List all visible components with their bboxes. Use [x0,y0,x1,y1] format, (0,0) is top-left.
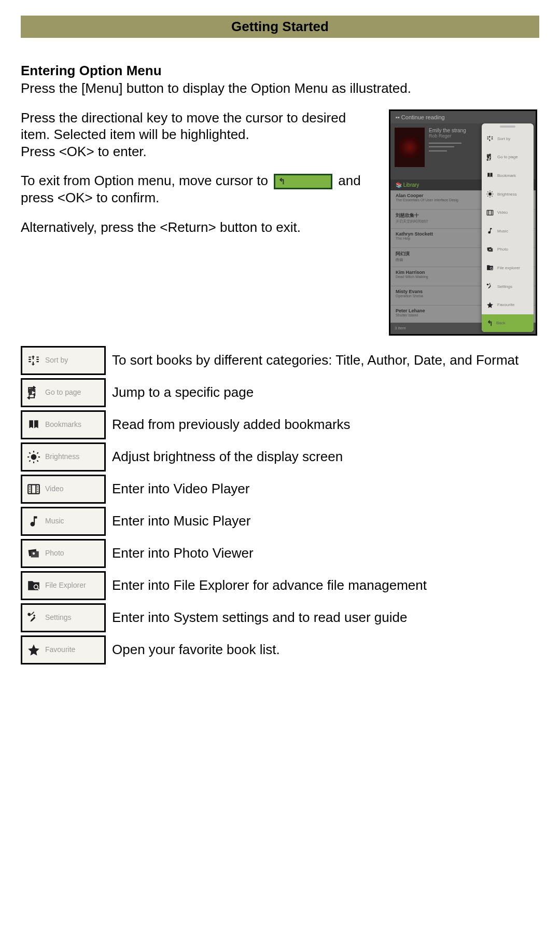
svg-point-40 [37,491,38,492]
legend-description: Enter into Video Player [112,481,249,497]
legend-icon [26,482,41,496]
legend-row: Photo Enter into Photo Viewer [21,539,539,568]
legend-description: Jump to a specific page [112,384,254,400]
legend-button-label: Brightness [45,453,79,461]
legend-row: Music Enter into Music Player [21,507,539,536]
legend-row: File Explorer Enter into File Explorer f… [21,571,539,600]
legend-button: Photo [21,539,106,568]
legend-icon [26,514,41,529]
svg-point-36 [29,488,30,489]
svg-point-23 [31,454,37,460]
paragraph-3: Press <OK> to enter. [21,143,373,160]
legend-icon [26,450,41,464]
legend-icon [26,418,41,432]
legend-row: Bookmarks Read from previously added boo… [21,410,539,439]
legend-row: Settings Enter into System settings and … [21,603,539,632]
legend-icon [26,353,41,368]
legend-row: Favourite Open your favorite book list. [21,635,539,664]
legend-description: Enter into File Explorer for advance fil… [112,577,427,593]
legend-button: Settings [21,603,106,632]
return-button-inline: ↰ [274,174,332,189]
legend-description: Adjust brightness of the display screen [112,449,343,465]
legend-button: Favourite [21,635,106,664]
legend-description: Enter into Music Player [112,513,250,529]
legend-button-label: File Explorer [45,581,86,589]
legend-button-label: Music [45,517,64,525]
legend-table: Sort by To sort books by different categ… [21,346,539,664]
legend-button: Sort by [21,346,106,375]
svg-point-35 [29,486,30,487]
legend-icon [26,385,41,400]
legend-button-label: Go to page [45,389,81,396]
legend-button-label: Settings [45,614,72,621]
paragraph-4a: To exit from Option menu, move cursor to [21,173,272,188]
paragraph-1: Press the [Menu] button to display the O… [21,80,539,97]
paragraph-2: Press the directional key to move the cu… [21,109,373,143]
svg-line-30 [29,460,30,461]
legend-button: Music [21,507,106,536]
svg-line-28 [29,452,30,453]
legend-button-label: Photo [45,549,64,557]
legend-button-label: Favourite [45,646,75,654]
legend-button: Bookmarks [21,410,106,439]
legend-row: Video Enter into Video Player [21,475,539,504]
legend-icon [26,643,41,657]
legend-button: Brightness [21,442,106,472]
legend-icon [26,611,41,625]
svg-line-31 [37,452,38,453]
legend-button-label: Sort by [45,356,68,364]
svg-point-37 [29,491,30,492]
section-title: Entering Option Menu [21,63,539,79]
svg-point-43 [33,552,35,554]
svg-point-38 [37,486,38,487]
return-arrow-icon: ↰ [278,176,285,187]
legend-description: Open your favorite book list. [112,642,280,658]
legend-button-label: Bookmarks [45,421,81,428]
legend-button: File Explorer [21,571,106,600]
page-banner: Getting Started [21,16,539,38]
legend-button: Video [21,475,106,504]
svg-rect-42 [31,551,39,557]
paragraph-4: To exit from Option menu, move cursor to… [21,172,373,206]
legend-icon [26,546,41,561]
legend-button-label: Video [45,485,64,493]
legend-description: Enter into Photo Viewer [112,545,254,561]
legend-icon [26,578,41,593]
svg-line-29 [37,460,38,461]
legend-row: Go to page Jump to a specific page [21,378,539,407]
device-screenshot: ▪▪ Continue reading Emily the strang Rob… [389,109,537,336]
legend-description: Read from previously added bookmarks [112,417,351,433]
legend-row: Brightness Adjust brightness of the disp… [21,442,539,472]
legend-description: Enter into System settings and to read u… [112,610,407,626]
legend-row: Sort by To sort books by different categ… [21,346,539,375]
legend-button: Go to page [21,378,106,407]
svg-point-39 [37,488,38,489]
legend-description: To sort books by different categories: T… [112,352,519,368]
paragraph-5: Alternatively, press the <Return> button… [21,219,373,236]
